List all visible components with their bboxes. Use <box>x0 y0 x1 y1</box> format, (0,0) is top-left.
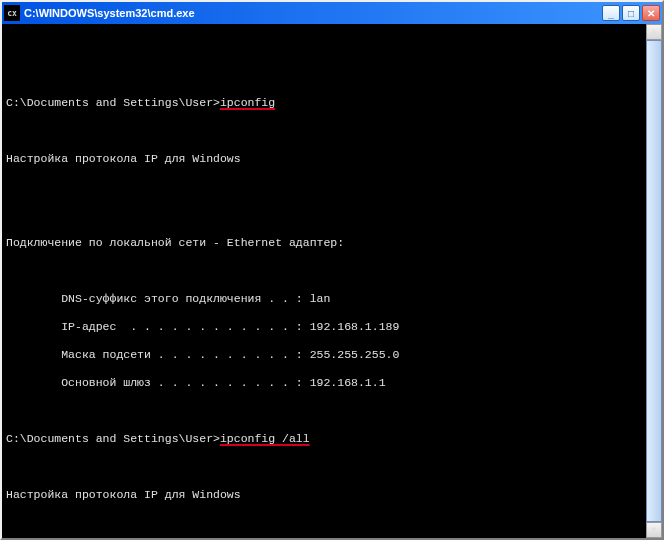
prompt-path: C:\Documents and Settings\User> <box>6 432 220 445</box>
minimize-button[interactable]: _ <box>602 5 620 21</box>
window-title: C:\WINDOWS\system32\cmd.exe <box>24 7 602 19</box>
output-header: Настройка протокола IP для Windows <box>6 488 642 502</box>
prompt-path: C:\Documents and Settings\User> <box>6 96 220 109</box>
output-header: Настройка протокола IP для Windows <box>6 152 642 166</box>
subnet-mask-line: Маска подсети . . . . . . . . . . : 255.… <box>6 348 642 362</box>
window-controls: _ □ ✕ <box>602 5 660 21</box>
scrollbar[interactable]: ▲ ▼ <box>646 24 662 538</box>
scroll-up-button[interactable]: ▲ <box>646 24 662 40</box>
gateway-line: Основной шлюз . . . . . . . . . . : 192.… <box>6 376 642 390</box>
command-ipconfig: ipconfig <box>220 96 275 109</box>
cmd-window: cx C:\WINDOWS\system32\cmd.exe _ □ ✕ C:\… <box>0 0 664 540</box>
cmd-icon: cx <box>4 5 20 21</box>
close-button[interactable]: ✕ <box>642 5 660 21</box>
titlebar[interactable]: cx C:\WINDOWS\system32\cmd.exe _ □ ✕ <box>2 2 662 24</box>
terminal-output[interactable]: C:\Documents and Settings\User>ipconfig … <box>2 24 662 538</box>
dns-suffix-line: DNS-суффикс этого подключения . . : lan <box>6 292 642 306</box>
scroll-down-button[interactable]: ▼ <box>646 522 662 538</box>
maximize-button[interactable]: □ <box>622 5 640 21</box>
scroll-thumb[interactable] <box>646 40 662 522</box>
adapter-section: Подключение по локальной сети - Ethernet… <box>6 236 642 250</box>
ip-address-line: IP-адрес . . . . . . . . . . . . : 192.1… <box>6 320 642 334</box>
command-ipconfig-all: ipconfig /all <box>220 432 310 445</box>
